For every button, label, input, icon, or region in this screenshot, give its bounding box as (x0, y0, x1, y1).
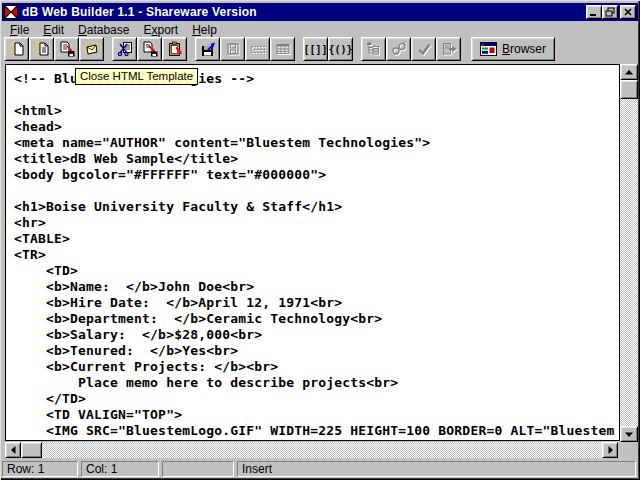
toolbar-group-brackets: [[]] {()} (303, 37, 353, 61)
vertical-scroll-thumb[interactable] (620, 80, 638, 99)
validate-check-icon (416, 41, 432, 57)
cut-icon (117, 41, 133, 57)
save-template-button[interactable] (54, 37, 79, 61)
toolbar-group-template (4, 37, 104, 61)
window-title: dB Web Builder 1.1 - Shareware Version (22, 5, 257, 19)
close-icon (623, 7, 633, 17)
app-window: dB Web Builder 1.1 - Shareware Version F… (0, 0, 640, 480)
paste-icon (167, 41, 183, 57)
minimize-icon (589, 7, 599, 17)
resize-corner (618, 442, 638, 458)
copy-button[interactable] (137, 37, 162, 61)
status-col-indicator: Col: 1 (81, 461, 159, 477)
field-placeholder-button (245, 37, 270, 61)
code-editor[interactable]: <!-- Bluestem Technologies --> <html> <h… (5, 64, 620, 441)
menu-text: D (78, 23, 87, 37)
new-template-button[interactable] (4, 37, 29, 61)
menu-file[interactable]: File (3, 23, 36, 38)
save-disabled-icon (225, 41, 241, 57)
copy-to-disk-icon (142, 41, 158, 57)
table-icon (275, 41, 291, 57)
square-brackets-button[interactable]: [[]] (303, 37, 328, 61)
save-disabled-button (220, 37, 245, 61)
vertical-scrollbar[interactable] (620, 64, 638, 442)
menu-help[interactable]: Help (185, 23, 224, 38)
curly-brackets-button[interactable]: {()} (328, 37, 353, 61)
field-placeholder-icon (250, 41, 266, 57)
minimize-button[interactable] (586, 5, 602, 19)
menu-text: ile (17, 23, 29, 37)
status-row-indicator: Row: 1 (2, 461, 78, 477)
menu-text: elp (201, 23, 217, 37)
toolbar-group-build (361, 37, 461, 61)
close-template-icon (84, 41, 100, 57)
statusbar: Row: 1 Col: 1 Insert (0, 460, 640, 478)
process-icon (391, 41, 407, 57)
scroll-right-icon (608, 446, 613, 454)
validate-button (411, 37, 436, 61)
menu-text: dit (51, 23, 64, 37)
cut-button[interactable] (112, 37, 137, 61)
code-content: <!-- Bluestem Technologies --> <html> <h… (6, 65, 619, 439)
toolbar: [[]] {()} (4, 37, 555, 63)
scroll-down-icon (625, 432, 633, 437)
open-template-button[interactable] (29, 37, 54, 61)
browser-window-icon (480, 42, 497, 56)
paste-button[interactable] (162, 37, 187, 61)
scroll-left-icon (11, 446, 16, 454)
table-button (270, 37, 295, 61)
menu-text: port (157, 23, 178, 37)
menubar: File Edit Database Export Help (3, 23, 224, 38)
browser-button-label: Browser (502, 42, 546, 56)
browser-button[interactable]: Browser (471, 37, 555, 61)
menu-text: H (192, 23, 201, 37)
save-database-icon (200, 41, 216, 57)
scroll-right-button[interactable] (602, 442, 618, 458)
run-export-button (436, 37, 461, 61)
tree-view-icon (366, 41, 382, 57)
toolbar-group-database (195, 37, 295, 61)
scroll-left-button[interactable] (5, 442, 21, 458)
restore-icon (605, 7, 615, 17)
open-template-icon (34, 41, 50, 57)
status-insert-mode: Insert (237, 461, 636, 477)
red-bowtie-app-icon[interactable] (4, 5, 18, 19)
menu-text: atabase (87, 23, 130, 37)
new-template-icon (9, 41, 25, 57)
titlebar: dB Web Builder 1.1 - Shareware Version (2, 3, 638, 21)
close-button[interactable] (620, 5, 636, 19)
tooltip: Close HTML Template (75, 68, 198, 85)
menu-export[interactable]: Export (136, 23, 185, 38)
horizontal-scroll-thumb[interactable] (21, 442, 42, 458)
menu-edit[interactable]: Edit (36, 23, 71, 38)
process-button (386, 37, 411, 61)
status-empty-panel (162, 461, 234, 477)
menu-database[interactable]: Database (71, 23, 136, 38)
save-database-button[interactable] (195, 37, 220, 61)
run-export-icon (441, 41, 457, 57)
scroll-up-icon (625, 70, 633, 75)
vertical-scroll-track[interactable] (620, 99, 638, 426)
save-template-icon (59, 41, 75, 57)
close-template-button[interactable] (79, 37, 104, 61)
toolbar-group-clipboard (112, 37, 187, 61)
horizontal-scroll-track[interactable] (42, 442, 602, 458)
restore-button[interactable] (602, 5, 618, 19)
scroll-down-button[interactable] (620, 426, 638, 442)
scroll-up-button[interactable] (620, 64, 638, 80)
horizontal-scrollbar[interactable] (5, 442, 618, 458)
tree-view-button (361, 37, 386, 61)
